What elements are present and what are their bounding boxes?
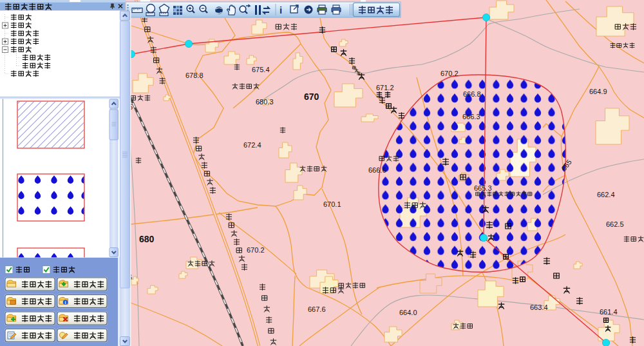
svg-text:680: 680 <box>139 234 155 244</box>
svg-text:666.8: 666.8 <box>463 90 481 98</box>
svg-text:667.6: 667.6 <box>308 305 326 313</box>
svg-text:666.3: 666.3 <box>462 113 480 120</box>
svg-text:i: i <box>64 300 66 305</box>
svg-text:i: i <box>279 5 282 15</box>
svg-text:663.4: 663.4 <box>530 303 548 311</box>
svg-text:670.1: 670.1 <box>323 200 341 208</box>
svg-text:670: 670 <box>304 91 319 102</box>
svg-text:670.2: 670.2 <box>440 70 459 77</box>
svg-text:662.4: 662.4 <box>597 191 615 198</box>
svg-text:666.6: 666.6 <box>368 166 386 174</box>
svg-text:664.0: 664.0 <box>399 309 417 316</box>
svg-text:671.2: 671.2 <box>376 84 394 91</box>
svg-text:675.4: 675.4 <box>252 66 270 73</box>
svg-text:670.2: 670.2 <box>247 246 265 254</box>
svg-text:665.3: 665.3 <box>474 184 492 192</box>
svg-text:672.4: 672.4 <box>243 141 261 149</box>
svg-text:662.5: 662.5 <box>606 220 624 228</box>
svg-text:678.8: 678.8 <box>185 72 204 79</box>
svg-text:661.4: 661.4 <box>600 308 618 316</box>
svg-text:680.3: 680.3 <box>256 98 274 106</box>
svg-text:664.9: 664.9 <box>589 88 607 95</box>
